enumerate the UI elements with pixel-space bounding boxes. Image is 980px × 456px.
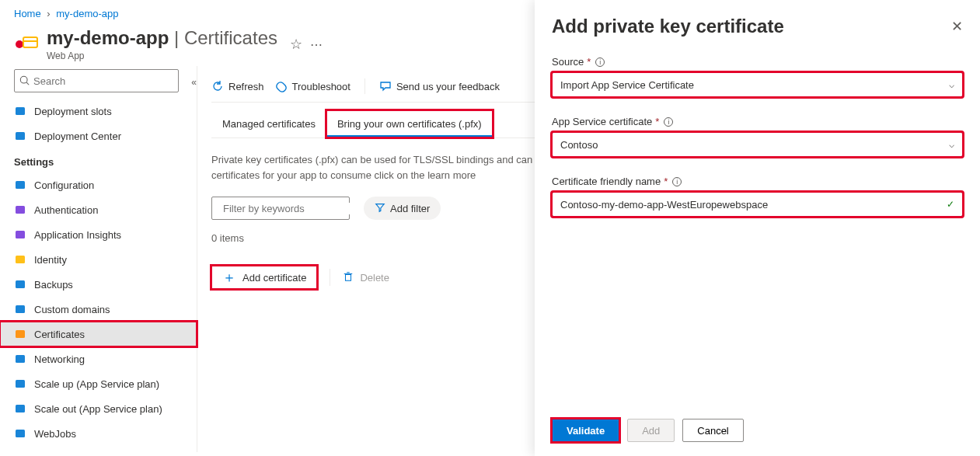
feedback-label: Send us your feedback — [396, 81, 500, 92]
svg-point-0 — [16, 40, 23, 48]
page-subtitle: Web App — [47, 50, 277, 61]
check-icon: ✓ — [947, 199, 954, 210]
cancel-button[interactable]: Cancel — [682, 419, 743, 442]
tab-bring-your-own-certificates-pfx-[interactable]: Bring your own certificates (.pfx) — [326, 110, 493, 137]
search-input[interactable] — [33, 75, 173, 87]
nav-icon — [14, 204, 26, 216]
separator — [364, 78, 365, 94]
nav-icon — [14, 253, 26, 266]
sidebar-item-label: Backups — [34, 279, 73, 291]
source-label: Source — [552, 56, 584, 68]
search-icon — [19, 75, 30, 86]
svg-rect-12 — [16, 305, 25, 313]
sidebar-search[interactable] — [14, 69, 179, 92]
friendly-value: Contoso-my-demo-app-WestEuropewebspace — [560, 199, 768, 211]
svg-rect-11 — [16, 280, 25, 288]
svg-rect-17 — [16, 430, 25, 437]
filter-icon — [375, 202, 385, 215]
info-icon[interactable]: i — [664, 117, 673, 127]
close-icon[interactable]: ✕ — [951, 18, 963, 35]
sidebar-item-label: Authentication — [34, 204, 98, 216]
sidebar-item-scale-out-app-service-plan-[interactable]: Scale out (App Service plan) — [0, 396, 197, 421]
friendly-label: Certificate friendly name — [552, 176, 661, 187]
sidebar-item-authentication[interactable]: Authentication — [0, 197, 197, 222]
svg-rect-7 — [16, 181, 25, 189]
trash-icon — [343, 271, 354, 284]
nav-icon — [14, 303, 26, 315]
nav-group-settings: Settings — [0, 148, 197, 172]
sidebar-item-networking[interactable]: Networking — [0, 346, 197, 371]
filter-input[interactable] — [223, 203, 354, 214]
chevron-down-icon: ⌵ — [949, 139, 954, 150]
troubleshoot-button[interactable]: Troubleshoot — [275, 80, 350, 92]
sidebar-item-scale-up-app-service-plan-[interactable]: Scale up (App Service plan) — [0, 371, 197, 396]
sidebar-item-label: WebJobs — [34, 428, 76, 440]
sidebar-item-webjobs[interactable]: WebJobs — [0, 421, 197, 446]
required-icon: * — [587, 56, 591, 68]
source-value: Import App Service Certificate — [560, 79, 694, 91]
add-certificate-panel: Add private key certificate ✕ Source * i… — [535, 0, 980, 456]
chevron-right-icon: › — [47, 8, 50, 19]
svg-rect-13 — [16, 330, 25, 338]
sidebar-item-label: Networking — [34, 353, 85, 365]
sidebar-item-label: Deployment Center — [34, 131, 121, 142]
nav-icon — [14, 353, 26, 365]
nav-icon — [14, 179, 26, 191]
sidebar-item-label: Application Insights — [34, 229, 121, 241]
troubleshoot-icon — [275, 80, 288, 92]
refresh-button[interactable]: Refresh — [211, 80, 264, 92]
sidebar-item-application-insights[interactable]: Application Insights — [0, 222, 197, 247]
app-name: my-demo-app — [47, 27, 169, 48]
svg-rect-15 — [16, 380, 25, 388]
sidebar: « Deployment slots Deployment Center Set… — [0, 66, 197, 452]
sidebar-item-backups[interactable]: Backups — [0, 272, 197, 297]
delete-button: Delete — [343, 271, 389, 284]
svg-point-3 — [20, 76, 27, 83]
refresh-label: Refresh — [228, 81, 264, 92]
collapse-icon[interactable]: « — [191, 77, 197, 88]
sidebar-item-label: Custom domains — [34, 304, 110, 315]
sidebar-item-configuration[interactable]: Configuration — [0, 172, 197, 197]
source-select[interactable]: Import App Service Certificate ⌵ — [552, 72, 963, 97]
nav-icon — [14, 228, 26, 241]
favorite-icon[interactable]: ☆ — [290, 36, 302, 53]
more-icon[interactable]: ⋯ — [310, 37, 324, 52]
svg-rect-20 — [346, 274, 351, 280]
separator — [330, 269, 330, 286]
sidebar-item-deployment-slots[interactable]: Deployment slots — [0, 99, 197, 124]
svg-rect-6 — [16, 132, 25, 140]
friendly-input[interactable]: Contoso-my-demo-app-WestEuropewebspace ✓ — [552, 192, 963, 217]
info-icon[interactable]: i — [595, 57, 605, 67]
sidebar-item-certificates[interactable]: Certificates — [0, 322, 197, 346]
required-icon: * — [655, 116, 659, 127]
sidebar-item-label: Scale up (App Service plan) — [34, 378, 159, 390]
add-certificate-button[interactable]: ＋ Add certificate — [211, 266, 317, 289]
nav-icon — [14, 402, 26, 415]
panel-title: Add private key certificate — [552, 16, 784, 37]
svg-rect-8 — [16, 206, 25, 214]
nav-icon — [14, 130, 26, 142]
tab-managed-certificates[interactable]: Managed certificates — [211, 110, 326, 137]
asc-value: Contoso — [560, 139, 598, 151]
troubleshoot-label: Troubleshoot — [292, 81, 350, 92]
chevron-down-icon: ⌵ — [949, 79, 954, 90]
nav-icon — [14, 328, 26, 340]
feedback-button[interactable]: Send us your feedback — [379, 80, 500, 92]
validate-button[interactable]: Validate — [552, 419, 619, 442]
sidebar-item-deployment-center[interactable]: Deployment Center — [0, 124, 197, 148]
add-button: Add — [627, 419, 675, 442]
filter-box[interactable] — [211, 197, 350, 220]
sidebar-item-identity[interactable]: Identity — [0, 247, 197, 272]
breadcrumb-home[interactable]: Home — [14, 8, 41, 19]
svg-rect-16 — [16, 405, 25, 412]
info-icon[interactable]: i — [672, 177, 682, 186]
svg-line-4 — [26, 82, 29, 85]
nav-icon — [14, 378, 26, 390]
svg-rect-10 — [16, 256, 25, 263]
asc-select[interactable]: Contoso ⌵ — [552, 132, 963, 157]
add-filter-button[interactable]: Add filter — [364, 197, 441, 220]
sidebar-item-custom-domains[interactable]: Custom domains — [0, 297, 197, 322]
app-service-icon — [14, 32, 39, 57]
sidebar-item-label: Scale out (App Service plan) — [34, 403, 162, 415]
breadcrumb-app[interactable]: my-demo-app — [56, 8, 118, 19]
